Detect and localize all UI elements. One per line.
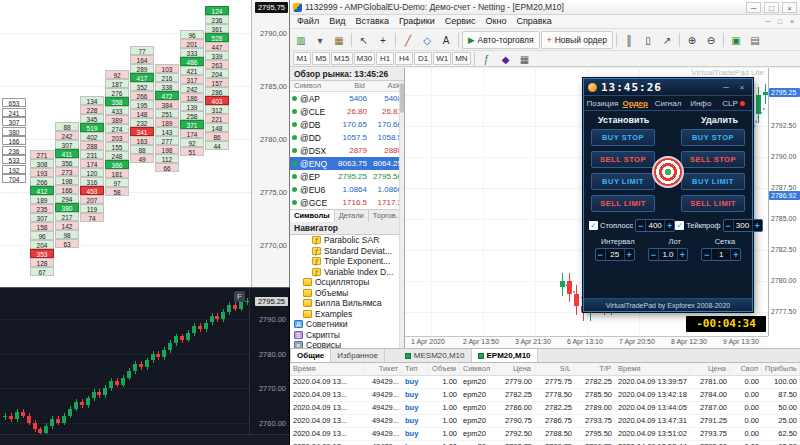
pad-tab-order[interactable]: Ордер — [619, 99, 652, 108]
history-column-Время[interactable]: Время — [615, 363, 690, 375]
objects-icon[interactable]: ◆ — [497, 50, 515, 68]
history-column-Тикет[interactable]: Тикет — [365, 363, 402, 375]
interval-value[interactable]: 25 — [605, 249, 625, 260]
delete-buy-stop-button[interactable]: BUY STOP — [681, 129, 745, 146]
trendline-icon[interactable]: ╱ — [399, 31, 417, 49]
timeframe-H1[interactable]: H1 — [376, 52, 394, 65]
timeframe-M30[interactable]: M30 — [354, 52, 376, 65]
menu-Вставка[interactable]: Вставка — [350, 15, 393, 28]
history-column-Время[interactable]: Время — [290, 363, 365, 375]
text-label-icon[interactable]: A — [437, 31, 455, 49]
chart-area[interactable]: VirtualTradePad Lite 13:45:26 ─ × Позици… — [405, 68, 800, 348]
chart-plot[interactable]: VirtualTradePad Lite 13:45:26 ─ × Позици… — [405, 68, 768, 336]
menu-Графики[interactable]: Графики — [394, 15, 440, 28]
takeprofit-plus-button[interactable]: + — [753, 221, 762, 231]
history-row[interactable]: 2020.04.09 13...49429...buy1.00epm202790… — [290, 415, 800, 428]
market-watch-row[interactable]: @EP2795.252795.50 — [290, 170, 404, 183]
market-watch-row[interactable]: @DD1057.51058.5 — [290, 131, 404, 144]
strategy-tester-icon[interactable]: ▤ — [746, 31, 764, 49]
history-row[interactable]: 2020.04.09 13...49429...buy1.00epm202792… — [290, 428, 800, 441]
close-button[interactable]: × — [782, 2, 797, 13]
history-column-T/P[interactable]: T/P — [575, 363, 615, 375]
navigator-item[interactable]: Examples — [290, 309, 404, 320]
market-watch-row[interactable]: @DSX28792880 — [290, 144, 404, 157]
tab-details[interactable]: Детали — [335, 210, 369, 222]
takeprofit-checkbox[interactable]: ✓ — [675, 221, 684, 230]
timeframe-MN[interactable]: MN — [452, 52, 470, 65]
history-column-Прибыль[interactable]: Прибыль — [762, 363, 800, 375]
market-watch-row[interactable]: @CLE26.8026.81 — [290, 105, 404, 118]
stoploss-checkbox[interactable]: ✓ — [589, 221, 598, 230]
stoploss-plus-button[interactable]: + — [665, 221, 674, 231]
timeframe-M5[interactable]: M5 — [312, 52, 330, 65]
history-row[interactable]: 2020.04.09 13...49429...buy1.00epm202782… — [290, 389, 800, 402]
tab-symbols[interactable]: Символы — [290, 210, 335, 222]
price-axis[interactable]: 2795.002792.502790.002787.502785.002782.… — [768, 68, 800, 336]
lot-plus-button[interactable]: + — [678, 250, 687, 260]
child-minimize-button[interactable]: ─ — [762, 18, 774, 25]
tile-windows-icon[interactable]: ▣ — [727, 31, 745, 49]
child-restore-button[interactable]: □ — [774, 18, 786, 25]
takeprofit-minus-button[interactable]: − — [724, 221, 733, 231]
menu-Окно[interactable]: Окно — [481, 15, 512, 28]
navigator-item[interactable]: ƒParabolic SAR — [290, 235, 404, 246]
interval-minus-button[interactable]: − — [596, 250, 605, 260]
history-row[interactable]: 2020.04.09 13...49429...buy1.00epm202793… — [290, 441, 800, 445]
delete-buy-limit-button[interactable]: BUY LIMIT — [681, 173, 745, 190]
history-column-Своп[interactable]: Своп — [730, 363, 762, 375]
set-buy-limit-button[interactable]: BUY LIMIT — [591, 173, 655, 190]
navigator-item[interactable]: ƒTriple Exponent... — [290, 256, 404, 267]
navigator-item[interactable]: SСкрипты — [290, 330, 404, 341]
set-buy-stop-button[interactable]: BUY STOP — [591, 129, 655, 146]
history-row[interactable]: 2020.04.09 13...49429...buy1.00epm202779… — [290, 376, 800, 389]
timeframe-W1[interactable]: W1 — [433, 52, 451, 65]
indicators-icon[interactable]: ƒ — [478, 50, 496, 68]
delete-sell-stop-button[interactable]: SELL STOP — [681, 151, 745, 168]
timeframe-M15[interactable]: M15 — [331, 52, 353, 65]
new-chart-icon[interactable]: ▥ — [292, 31, 310, 49]
navigator-item[interactable]: ƒVariable Index D... — [290, 267, 404, 278]
stoploss-value[interactable]: 400 — [645, 220, 665, 231]
market-watch-row[interactable]: @GCE1716.51717.3 — [290, 196, 404, 209]
navigator-item[interactable]: Билла Вильямса — [290, 298, 404, 309]
set-sell-limit-button[interactable]: SELL LIMIT — [591, 195, 655, 212]
grid-value[interactable]: 1 — [711, 249, 731, 260]
line-chart-icon[interactable]: ↗ — [658, 31, 676, 49]
auto-trading-button[interactable]: ▶Авто-торговля — [462, 31, 540, 49]
chart-tab-mesm20[interactable]: MESM20,M10 — [399, 349, 472, 362]
pad-tab-clp[interactable]: CLP — [717, 99, 750, 108]
navigator-tab-favorites[interactable]: Избранное — [331, 349, 385, 362]
grid-icon[interactable]: ▦ — [516, 50, 534, 68]
menu-Файл[interactable]: Файл — [292, 15, 324, 28]
market-watch-row[interactable]: @DB170.65170.66 — [290, 118, 404, 131]
column-bid[interactable]: Bid — [330, 81, 365, 91]
chart-tab-epm20[interactable]: EPM20,M10 — [472, 349, 538, 362]
history-column-Тип[interactable]: Тип — [402, 363, 428, 375]
pad-close-button[interactable]: × — [736, 83, 748, 92]
zoom-out-icon[interactable]: ⊖ — [702, 31, 720, 49]
navigator-item[interactable]: AСоветники — [290, 319, 404, 330]
history-column-Цена[interactable]: Цена — [495, 363, 535, 375]
navigator-item[interactable]: Осцилляторы — [290, 277, 404, 288]
menu-Сервис[interactable]: Сервис — [440, 15, 481, 28]
market-watch-row[interactable]: @AP54065408 — [290, 92, 404, 105]
maximize-button[interactable]: □ — [764, 2, 779, 13]
time-axis[interactable]: 1 Apr 20202 Apr 13:503 Apr 21:306 Apr 13… — [405, 336, 768, 348]
navigator-item[interactable]: Объемы — [290, 288, 404, 299]
indicator-f-icon[interactable]: F — [234, 291, 245, 302]
grid-plus-button[interactable]: + — [731, 250, 740, 260]
new-order-button[interactable]: +Новый ордер — [541, 31, 613, 49]
crosshair-icon[interactable]: + — [374, 31, 392, 49]
grid-minus-button[interactable]: − — [702, 250, 711, 260]
trade-pad-titlebar[interactable]: 13:45:26 ─ × — [584, 79, 752, 96]
lot-minus-button[interactable]: − — [649, 250, 658, 260]
pad-tab-position[interactable]: Позиция — [586, 99, 619, 108]
interval-plus-button[interactable]: + — [625, 250, 634, 260]
market-watch-row[interactable]: @ENQ8063.758064.25 — [290, 157, 404, 170]
pad-tab-signal[interactable]: Сигнал — [652, 99, 685, 108]
chart-list-dropdown-icon[interactable]: ▾ — [311, 31, 329, 49]
minimize-button[interactable]: ─ — [746, 2, 761, 13]
bar-chart-icon[interactable]: ║ — [620, 31, 638, 49]
timeframe-H4[interactable]: H4 — [395, 52, 413, 65]
lot-value[interactable]: 1.0 — [658, 249, 678, 260]
